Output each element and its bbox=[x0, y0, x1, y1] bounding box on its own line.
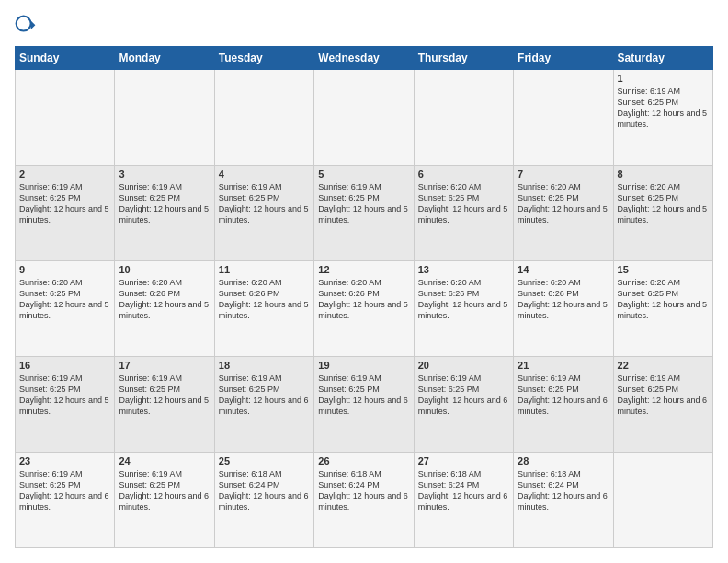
calendar-header: SundayMondayTuesdayWednesdayThursdayFrid… bbox=[16, 47, 713, 70]
day-info: Sunrise: 6:19 AM Sunset: 6:25 PM Dayligh… bbox=[418, 373, 509, 418]
day-info: Sunrise: 6:20 AM Sunset: 6:25 PM Dayligh… bbox=[418, 181, 509, 226]
day-info: Sunrise: 6:19 AM Sunset: 6:25 PM Dayligh… bbox=[119, 181, 210, 226]
day-number: 12 bbox=[318, 264, 409, 275]
day-info: Sunrise: 6:20 AM Sunset: 6:26 PM Dayligh… bbox=[318, 277, 409, 322]
week-row-0: 1Sunrise: 6:19 AM Sunset: 6:25 PM Daylig… bbox=[16, 70, 713, 166]
day-cell: 6Sunrise: 6:20 AM Sunset: 6:25 PM Daylig… bbox=[414, 166, 513, 261]
day-info: Sunrise: 6:19 AM Sunset: 6:25 PM Dayligh… bbox=[119, 373, 210, 418]
day-cell: 28Sunrise: 6:18 AM Sunset: 6:24 PM Dayli… bbox=[514, 453, 613, 548]
day-cell: 15Sunrise: 6:20 AM Sunset: 6:25 PM Dayli… bbox=[613, 261, 712, 357]
day-info: Sunrise: 6:18 AM Sunset: 6:24 PM Dayligh… bbox=[318, 468, 409, 513]
day-info: Sunrise: 6:19 AM Sunset: 6:25 PM Dayligh… bbox=[19, 181, 110, 226]
day-number: 14 bbox=[518, 264, 609, 275]
day-cell: 24Sunrise: 6:19 AM Sunset: 6:25 PM Dayli… bbox=[115, 453, 214, 548]
day-cell bbox=[414, 70, 513, 166]
day-number: 28 bbox=[518, 455, 609, 466]
day-cell bbox=[514, 70, 613, 166]
weekday-header-sunday: Sunday bbox=[16, 47, 115, 70]
day-info: Sunrise: 6:19 AM Sunset: 6:25 PM Dayligh… bbox=[618, 373, 709, 418]
weekday-header-friday: Friday bbox=[514, 47, 613, 70]
day-cell: 18Sunrise: 6:19 AM Sunset: 6:25 PM Dayli… bbox=[214, 357, 313, 453]
day-number: 7 bbox=[518, 168, 609, 179]
day-number: 23 bbox=[19, 455, 110, 466]
day-cell: 14Sunrise: 6:20 AM Sunset: 6:26 PM Dayli… bbox=[514, 261, 613, 357]
day-cell: 8Sunrise: 6:20 AM Sunset: 6:25 PM Daylig… bbox=[613, 166, 712, 261]
day-info: Sunrise: 6:19 AM Sunset: 6:25 PM Dayligh… bbox=[219, 373, 310, 418]
day-cell: 17Sunrise: 6:19 AM Sunset: 6:25 PM Dayli… bbox=[115, 357, 214, 453]
day-info: Sunrise: 6:19 AM Sunset: 6:25 PM Dayligh… bbox=[318, 181, 409, 226]
day-cell bbox=[115, 70, 214, 166]
day-info: Sunrise: 6:20 AM Sunset: 6:26 PM Dayligh… bbox=[219, 277, 310, 322]
weekday-row: SundayMondayTuesdayWednesdayThursdayFrid… bbox=[16, 47, 713, 70]
day-cell: 25Sunrise: 6:18 AM Sunset: 6:24 PM Dayli… bbox=[214, 453, 313, 548]
day-info: Sunrise: 6:20 AM Sunset: 6:26 PM Dayligh… bbox=[119, 277, 210, 322]
day-number: 24 bbox=[119, 455, 210, 466]
day-number: 17 bbox=[119, 360, 210, 371]
day-info: Sunrise: 6:20 AM Sunset: 6:26 PM Dayligh… bbox=[418, 277, 509, 322]
day-number: 18 bbox=[219, 360, 310, 371]
day-cell: 3Sunrise: 6:19 AM Sunset: 6:25 PM Daylig… bbox=[115, 166, 214, 261]
week-row-4: 23Sunrise: 6:19 AM Sunset: 6:25 PM Dayli… bbox=[16, 453, 713, 548]
logo-icon bbox=[15, 15, 37, 37]
day-cell: 11Sunrise: 6:20 AM Sunset: 6:26 PM Dayli… bbox=[214, 261, 313, 357]
day-number: 5 bbox=[318, 168, 409, 179]
day-info: Sunrise: 6:19 AM Sunset: 6:25 PM Dayligh… bbox=[19, 373, 110, 418]
day-cell bbox=[16, 70, 115, 166]
day-cell bbox=[613, 453, 712, 548]
week-row-2: 9Sunrise: 6:20 AM Sunset: 6:25 PM Daylig… bbox=[16, 261, 713, 357]
day-info: Sunrise: 6:19 AM Sunset: 6:25 PM Dayligh… bbox=[219, 181, 310, 226]
day-info: Sunrise: 6:18 AM Sunset: 6:24 PM Dayligh… bbox=[418, 468, 509, 513]
day-number: 2 bbox=[19, 168, 110, 179]
day-number: 22 bbox=[618, 360, 709, 371]
day-cell: 13Sunrise: 6:20 AM Sunset: 6:26 PM Dayli… bbox=[414, 261, 513, 357]
logo bbox=[15, 15, 40, 37]
day-number: 27 bbox=[418, 455, 509, 466]
day-cell: 16Sunrise: 6:19 AM Sunset: 6:25 PM Dayli… bbox=[16, 357, 115, 453]
day-info: Sunrise: 6:20 AM Sunset: 6:25 PM Dayligh… bbox=[618, 277, 709, 322]
day-number: 1 bbox=[618, 73, 709, 84]
day-number: 16 bbox=[19, 360, 110, 371]
day-cell: 4Sunrise: 6:19 AM Sunset: 6:25 PM Daylig… bbox=[214, 166, 313, 261]
day-cell: 22Sunrise: 6:19 AM Sunset: 6:25 PM Dayli… bbox=[613, 357, 712, 453]
weekday-header-saturday: Saturday bbox=[613, 47, 712, 70]
day-number: 6 bbox=[418, 168, 509, 179]
weekday-header-monday: Monday bbox=[115, 47, 214, 70]
day-cell: 12Sunrise: 6:20 AM Sunset: 6:26 PM Dayli… bbox=[314, 261, 414, 357]
day-number: 11 bbox=[219, 264, 310, 275]
day-info: Sunrise: 6:18 AM Sunset: 6:24 PM Dayligh… bbox=[518, 468, 609, 513]
day-number: 10 bbox=[119, 264, 210, 275]
weekday-header-wednesday: Wednesday bbox=[314, 47, 414, 70]
day-cell bbox=[214, 70, 313, 166]
day-info: Sunrise: 6:20 AM Sunset: 6:25 PM Dayligh… bbox=[618, 181, 709, 226]
day-number: 13 bbox=[418, 264, 509, 275]
day-info: Sunrise: 6:19 AM Sunset: 6:25 PM Dayligh… bbox=[318, 373, 409, 418]
day-cell: 2Sunrise: 6:19 AM Sunset: 6:25 PM Daylig… bbox=[16, 166, 115, 261]
day-cell bbox=[314, 70, 414, 166]
day-cell: 23Sunrise: 6:19 AM Sunset: 6:25 PM Dayli… bbox=[16, 453, 115, 548]
day-number: 3 bbox=[119, 168, 210, 179]
calendar-table: SundayMondayTuesdayWednesdayThursdayFrid… bbox=[15, 46, 713, 548]
day-number: 20 bbox=[418, 360, 509, 371]
day-info: Sunrise: 6:19 AM Sunset: 6:25 PM Dayligh… bbox=[618, 86, 709, 131]
day-info: Sunrise: 6:19 AM Sunset: 6:25 PM Dayligh… bbox=[19, 468, 110, 513]
day-number: 15 bbox=[618, 264, 709, 275]
day-number: 9 bbox=[19, 264, 110, 275]
day-cell: 7Sunrise: 6:20 AM Sunset: 6:25 PM Daylig… bbox=[514, 166, 613, 261]
day-number: 19 bbox=[318, 360, 409, 371]
day-cell: 21Sunrise: 6:19 AM Sunset: 6:25 PM Dayli… bbox=[514, 357, 613, 453]
day-cell: 10Sunrise: 6:20 AM Sunset: 6:26 PM Dayli… bbox=[115, 261, 214, 357]
day-info: Sunrise: 6:20 AM Sunset: 6:26 PM Dayligh… bbox=[518, 277, 609, 322]
day-number: 4 bbox=[219, 168, 310, 179]
day-info: Sunrise: 6:19 AM Sunset: 6:25 PM Dayligh… bbox=[518, 373, 609, 418]
day-cell: 26Sunrise: 6:18 AM Sunset: 6:24 PM Dayli… bbox=[314, 453, 414, 548]
day-info: Sunrise: 6:20 AM Sunset: 6:25 PM Dayligh… bbox=[518, 181, 609, 226]
weekday-header-tuesday: Tuesday bbox=[214, 47, 313, 70]
day-cell: 1Sunrise: 6:19 AM Sunset: 6:25 PM Daylig… bbox=[613, 70, 712, 166]
day-number: 8 bbox=[618, 168, 709, 179]
day-number: 21 bbox=[518, 360, 609, 371]
week-row-3: 16Sunrise: 6:19 AM Sunset: 6:25 PM Dayli… bbox=[16, 357, 713, 453]
day-cell: 19Sunrise: 6:19 AM Sunset: 6:25 PM Dayli… bbox=[314, 357, 414, 453]
weekday-header-thursday: Thursday bbox=[414, 47, 513, 70]
day-cell: 9Sunrise: 6:20 AM Sunset: 6:25 PM Daylig… bbox=[16, 261, 115, 357]
week-row-1: 2Sunrise: 6:19 AM Sunset: 6:25 PM Daylig… bbox=[16, 166, 713, 261]
